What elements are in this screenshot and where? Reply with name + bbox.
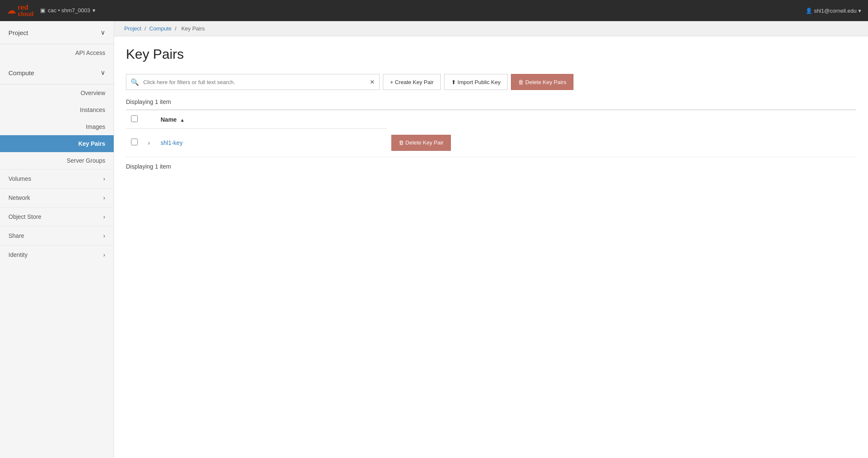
compute-chevron-icon: ∨ bbox=[101, 69, 105, 76]
content-area: Project / Compute / Key Pairs Key Pairs … bbox=[114, 21, 868, 458]
sort-asc-icon: ▲ bbox=[180, 117, 185, 123]
row-checkbox[interactable] bbox=[131, 139, 138, 145]
toolbar: 🔍 ✕ + Create Key Pair ⬆ Import Public Ke… bbox=[126, 74, 856, 90]
delete-key-pair-button[interactable]: 🗑 Delete Key Pair bbox=[391, 135, 451, 151]
chevron-down-icon: ▾ bbox=[93, 7, 96, 14]
row-name-cell: shl1-key bbox=[156, 129, 386, 157]
search-clear-button[interactable]: ✕ bbox=[366, 79, 379, 85]
breadcrumb-compute[interactable]: Compute bbox=[149, 25, 172, 32]
page-title: Key Pairs bbox=[126, 46, 856, 62]
breadcrumb-sep-2: / bbox=[175, 25, 178, 32]
key-name-link[interactable]: shl1-key bbox=[161, 139, 183, 146]
table-display-bottom: Displaying 1 item bbox=[126, 163, 856, 170]
project-selector[interactable]: ▣ cac • shm7_0003 ▾ bbox=[40, 7, 96, 14]
project-selector-label: cac • shm7_0003 bbox=[48, 7, 90, 14]
cloud-icon: ☁ bbox=[7, 6, 16, 15]
sidebar-item-overview[interactable]: Overview bbox=[0, 85, 114, 101]
search-icon-button[interactable]: 🔍 bbox=[126, 78, 143, 86]
sidebar-item-server-groups[interactable]: Server Groups bbox=[0, 152, 114, 169]
top-navigation: ☁ red cloud ▣ cac • shm7_0003 ▾ 👤 shl1@c… bbox=[0, 0, 868, 21]
sidebar: Project ∨ API Access Compute ∨ Overview … bbox=[0, 21, 114, 458]
identity-chevron-icon: › bbox=[103, 251, 105, 258]
user-label: shl1@cornell.edu bbox=[814, 8, 857, 14]
network-chevron-icon: › bbox=[103, 194, 105, 201]
user-icon: 👤 bbox=[805, 8, 812, 14]
breadcrumb: Project / Compute / Key Pairs bbox=[114, 21, 868, 36]
breadcrumb-current: Key Pairs bbox=[181, 25, 205, 32]
sidebar-item-instances[interactable]: Instances bbox=[0, 101, 114, 118]
sidebar-item-compute[interactable]: Compute ∨ bbox=[0, 61, 114, 85]
volumes-chevron-icon: › bbox=[103, 175, 105, 182]
user-chevron-icon: ▾ bbox=[858, 8, 861, 14]
sidebar-item-object-store[interactable]: Object Store › bbox=[0, 207, 114, 226]
row-expand-cell[interactable]: › bbox=[143, 129, 156, 157]
table-header-row: Name ▲ bbox=[126, 110, 856, 129]
top-nav-left: ☁ red cloud ▣ cac • shm7_0003 ▾ bbox=[7, 4, 96, 18]
create-key-pair-button[interactable]: + Create Key Pair bbox=[383, 74, 441, 90]
breadcrumb-project[interactable]: Project bbox=[124, 25, 141, 32]
import-public-key-button[interactable]: ⬆ Import Public Key bbox=[444, 74, 508, 90]
search-input[interactable] bbox=[143, 79, 366, 85]
object-store-chevron-icon: › bbox=[103, 213, 105, 220]
share-chevron-icon: › bbox=[103, 232, 105, 239]
logo[interactable]: ☁ red cloud bbox=[7, 4, 33, 18]
key-pairs-table: Name ▲ › shl1-key bbox=[126, 109, 856, 157]
name-column-header[interactable]: Name ▲ bbox=[156, 110, 386, 129]
table-body: › shl1-key 🗑 Delete Key Pair bbox=[126, 129, 856, 157]
expand-column-header bbox=[143, 110, 156, 129]
row-expand-button[interactable]: › bbox=[148, 139, 150, 146]
select-all-checkbox-header[interactable] bbox=[126, 110, 143, 129]
logo-line1: red bbox=[18, 4, 33, 11]
select-all-checkbox[interactable] bbox=[131, 115, 138, 122]
delete-key-pairs-button[interactable]: 🗑 Delete Key Pairs bbox=[511, 74, 573, 90]
sidebar-item-identity[interactable]: Identity › bbox=[0, 245, 114, 264]
page-body: Key Pairs 🔍 ✕ + Create Key Pair ⬆ Import… bbox=[114, 36, 868, 184]
table-display-top: Displaying 1 item bbox=[126, 98, 856, 105]
user-menu[interactable]: 👤 shl1@cornell.edu ▾ bbox=[805, 8, 861, 14]
row-action-cell: 🗑 Delete Key Pair bbox=[386, 129, 856, 157]
sidebar-item-api-access[interactable]: API Access bbox=[0, 44, 114, 61]
project-chevron-icon: ∨ bbox=[101, 29, 105, 36]
sidebar-item-key-pairs[interactable]: Key Pairs bbox=[0, 135, 114, 152]
project-label: Project bbox=[8, 29, 28, 36]
row-checkbox-cell[interactable] bbox=[126, 129, 143, 157]
main-layout: Project ∨ API Access Compute ∨ Overview … bbox=[0, 21, 868, 458]
sidebar-item-volumes[interactable]: Volumes › bbox=[0, 169, 114, 188]
sidebar-item-network[interactable]: Network › bbox=[0, 188, 114, 207]
sidebar-item-images[interactable]: Images bbox=[0, 118, 114, 135]
search-box: 🔍 ✕ bbox=[126, 74, 379, 90]
sidebar-item-share[interactable]: Share › bbox=[0, 226, 114, 245]
sidebar-item-project[interactable]: Project ∨ bbox=[0, 21, 114, 44]
table-row: › shl1-key 🗑 Delete Key Pair bbox=[126, 129, 856, 157]
compute-label: Compute bbox=[8, 69, 34, 76]
breadcrumb-sep-1: / bbox=[145, 25, 147, 32]
logo-line2: cloud bbox=[18, 11, 33, 17]
server-icon: ▣ bbox=[40, 7, 45, 14]
logo-label: red cloud bbox=[18, 4, 33, 18]
